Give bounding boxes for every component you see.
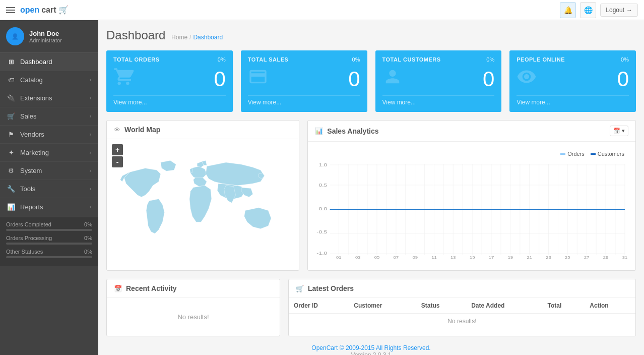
- page-title: Dashboard: [106, 28, 165, 42]
- table-head: Order IDCustomerStatusDate AddedTotalAct…: [289, 298, 635, 314]
- recent-activity-no-results: No results!: [114, 305, 273, 329]
- nav-left: opencart 🛒: [6, 5, 69, 15]
- sidebar-link-dashboard[interactable]: ⊞ Dashboard: [0, 53, 98, 71]
- svg-text:01: 01: [336, 255, 342, 259]
- sidebar-link-system[interactable]: ⚙ System ›: [0, 162, 98, 180]
- footer-copyright: OpenCart © 2009-2015 All Rights Reserved…: [311, 344, 430, 351]
- stat-card-title: PEOPLE ONLINE: [517, 56, 565, 63]
- stat-bar: [6, 256, 92, 258]
- footer-link[interactable]: OpenCart © 2009-2015 All Rights Reserved…: [311, 344, 430, 351]
- stat-bar: [6, 229, 92, 231]
- nav-label-reports: Reports: [20, 203, 43, 211]
- latest-orders-header: 🛒 Latest Orders: [289, 279, 635, 298]
- chart-date-picker[interactable]: 📅 ▾: [610, 126, 628, 136]
- sidebar-item-system[interactable]: ⚙ System ›: [0, 162, 98, 180]
- stat-card-view-more[interactable]: View more...: [248, 95, 360, 106]
- sidebar-link-extensions[interactable]: 🔌 Extensions ›: [0, 89, 98, 107]
- stat-card-pct: 0%: [486, 56, 494, 63]
- sidebar-item-sales[interactable]: 🛒 Sales ›: [0, 107, 98, 126]
- svg-text:19: 19: [508, 255, 513, 259]
- stat-card-view-more[interactable]: View more...: [517, 95, 629, 106]
- recent-activity-panel: 📅 Recent Activity No results!: [106, 279, 280, 336]
- user-role: Administrator: [29, 37, 62, 43]
- sidebar-link-marketing[interactable]: ✦ Marketing ›: [0, 144, 98, 161]
- nav-icon-extensions: 🔌: [7, 94, 15, 102]
- stat-card-value: 0: [483, 67, 494, 91]
- footer-version: Version 2.0.3.1: [114, 351, 628, 355]
- stat-card-body: 0: [113, 63, 226, 95]
- stat-card-body: 0: [382, 63, 495, 95]
- legend-label: Orders: [567, 151, 585, 157]
- svg-text:15: 15: [470, 255, 475, 259]
- nav-arrow-vendors: ›: [90, 132, 91, 137]
- world-map-icon: 👁: [114, 126, 120, 134]
- stat-card-title: TOTAL ORDERS: [113, 56, 160, 63]
- mid-row: 👁 World Map + -: [106, 120, 636, 271]
- map-zoom-in[interactable]: +: [112, 144, 123, 155]
- chart-toolbar: 📅 ▾: [610, 126, 628, 136]
- stat-card-title: TOTAL SALES: [248, 56, 289, 63]
- sidebar-item-marketing[interactable]: ✦ Marketing ›: [0, 144, 98, 162]
- world-map-header: 👁 World Map: [107, 121, 299, 139]
- sidebar-item-reports[interactable]: 📊 Reports ›: [0, 198, 98, 216]
- stat-card-value: 0: [617, 67, 629, 91]
- bottom-row: 📅 Recent Activity No results! 🛒 Latest O…: [106, 279, 636, 336]
- sidebar-link-sales[interactable]: 🛒 Sales ›: [0, 107, 98, 125]
- logout-icon: →: [626, 7, 632, 14]
- stat-value: 0%: [84, 235, 92, 241]
- nav-label-sales: Sales: [20, 112, 37, 120]
- sidebar-item-vendors[interactable]: ⚑ Vendors ›: [0, 126, 98, 144]
- stat-card-total-customers: TOTAL CUSTOMERS 0% 0 View more...: [375, 50, 502, 112]
- nav-label-dashboard: Dashboard: [20, 58, 52, 66]
- analytics-body: Orders Customers 1.0 0.5 0.0 -0.5 -1.0: [308, 142, 635, 267]
- orders-no-results: No results!: [289, 314, 635, 329]
- recent-activity-header: 📅 Recent Activity: [107, 279, 280, 298]
- col-header-total: Total: [543, 298, 585, 314]
- sidebar-link-reports[interactable]: 📊 Reports ›: [0, 198, 98, 216]
- col-header-status: Status: [416, 298, 466, 314]
- svg-text:0.5: 0.5: [319, 183, 328, 188]
- svg-text:21: 21: [527, 255, 533, 259]
- recent-activity-title: Recent Activity: [126, 284, 177, 292]
- logout-button[interactable]: Logout →: [600, 4, 638, 17]
- stat-card-view-more[interactable]: View more...: [382, 95, 495, 106]
- stat-bar: [6, 243, 92, 245]
- nav-label-system: System: [20, 167, 42, 174]
- stat-card-view-more[interactable]: View more...: [113, 95, 226, 106]
- stat-item-orders-processing: Orders Processing 0%: [6, 235, 92, 245]
- nav-label-catalog: Catalog: [20, 76, 43, 84]
- notification-button[interactable]: 🔔: [560, 2, 576, 18]
- nav-label-marketing: Marketing: [20, 149, 49, 156]
- nav-arrow-sales: ›: [90, 113, 91, 119]
- sidebar: 👤 John Doe Administrator ⊞ Dashboard 🏷 C…: [0, 20, 98, 355]
- svg-text:27: 27: [584, 255, 590, 259]
- calendar-icon: 📅: [613, 128, 620, 134]
- sidebar-item-catalog[interactable]: 🏷 Catalog ›: [0, 71, 98, 89]
- hamburger-menu[interactable]: [6, 7, 15, 13]
- svg-text:17: 17: [489, 255, 494, 259]
- help-icon: 🌐: [584, 6, 593, 14]
- sidebar-item-tools[interactable]: 🔧 Tools ›: [0, 180, 98, 198]
- svg-text:1.0: 1.0: [319, 162, 328, 167]
- map-zoom-out[interactable]: -: [112, 156, 123, 167]
- stat-card-header: TOTAL ORDERS 0%: [113, 56, 226, 63]
- stat-value: 0%: [84, 221, 92, 227]
- col-header-action: Action: [585, 298, 635, 314]
- nav-label-vendors: Vendors: [20, 131, 44, 138]
- sidebar-link-vendors[interactable]: ⚑ Vendors ›: [0, 126, 98, 143]
- sidebar-link-tools[interactable]: 🔧 Tools ›: [0, 180, 98, 198]
- help-button[interactable]: 🌐: [580, 2, 596, 18]
- breadcrumb-current[interactable]: Dashboard: [193, 34, 223, 41]
- nav-arrow-catalog: ›: [90, 77, 91, 83]
- breadcrumb-home[interactable]: Home: [171, 34, 187, 41]
- col-header-date-added: Date Added: [466, 298, 542, 314]
- sidebar-item-dashboard[interactable]: ⊞ Dashboard: [0, 53, 98, 71]
- sidebar-user: 👤 John Doe Administrator: [0, 20, 98, 53]
- svg-text:13: 13: [450, 255, 456, 259]
- avatar-icon: 👤: [12, 33, 19, 40]
- sidebar-link-catalog[interactable]: 🏷 Catalog ›: [0, 71, 98, 89]
- sidebar-item-extensions[interactable]: 🔌 Extensions ›: [0, 89, 98, 107]
- latest-orders-panel: 🛒 Latest Orders Order IDCustomerStatusDa…: [288, 279, 636, 336]
- logo-text: open: [20, 6, 39, 15]
- col-header-order-id: Order ID: [289, 298, 349, 314]
